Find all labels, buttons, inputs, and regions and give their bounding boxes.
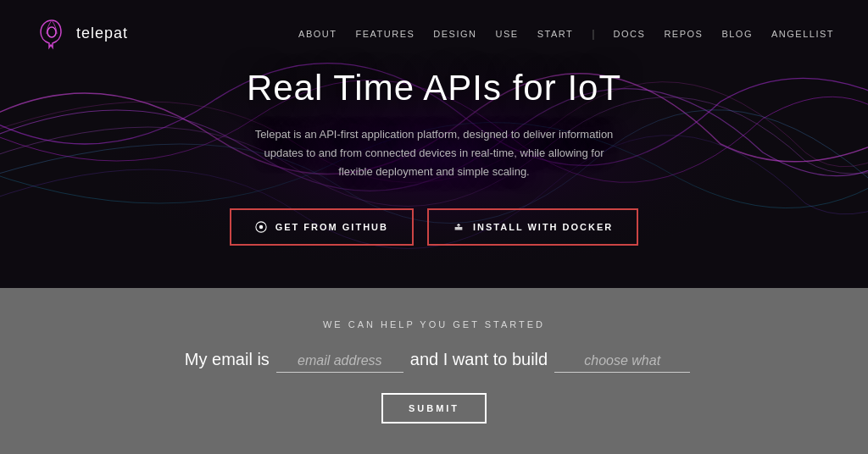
nav-item-start[interactable]: START [537, 25, 574, 41]
svg-point-4 [259, 225, 263, 229]
nav-links: ABOUT FEATURES DESIGN USE START | DOCS R… [298, 25, 834, 41]
nav-item-repos[interactable]: REPOS [664, 25, 703, 41]
hero-content: Real Time APIs for IoT Telepat is an API… [230, 42, 639, 246]
nav-item-angellist[interactable]: ANGELLIST [771, 25, 834, 41]
email-form-row: My email is and I want to build [178, 350, 690, 373]
email-input[interactable] [276, 350, 403, 373]
get-github-button[interactable]: GET FROM GITHUB [230, 208, 414, 246]
nav-item-use[interactable]: USE [496, 25, 519, 41]
svg-point-0 [47, 27, 56, 37]
logo[interactable]: telepat [34, 15, 128, 51]
hero-buttons: GET FROM GITHUB INSTALL WITH DOCKER [230, 208, 639, 246]
nav-item-features[interactable]: FEATURES [355, 25, 415, 41]
section-label: WE CAN HELP YOU GET STARTED [323, 319, 545, 329]
build-what-input[interactable] [554, 350, 690, 373]
cta-section: WE CAN HELP YOU GET STARTED My email is … [0, 288, 868, 454]
docker-icon [453, 221, 465, 233]
submit-button[interactable]: SUBMIT [381, 393, 487, 424]
nav-divider: | [592, 27, 594, 40]
navigation: telepat ABOUT FEATURES DESIGN USE START … [0, 0, 868, 66]
form-text-1: My email is [185, 350, 270, 369]
form-text-2: and I want to build [410, 350, 548, 369]
install-docker-button[interactable]: INSTALL WITH DOCKER [427, 208, 638, 246]
nav-item-blog[interactable]: BLOG [721, 25, 753, 41]
nav-item-design[interactable]: DESIGN [433, 25, 476, 41]
logo-text: telepat [76, 25, 128, 42]
nav-item-docs[interactable]: DOCS [614, 25, 646, 41]
logo-icon [34, 15, 70, 51]
hero-description: Telepat is an API-first application plat… [248, 125, 620, 181]
hero-title: Real Time APIs for IoT [247, 68, 621, 108]
nav-item-about[interactable]: ABOUT [298, 25, 337, 41]
github-icon [255, 221, 267, 233]
